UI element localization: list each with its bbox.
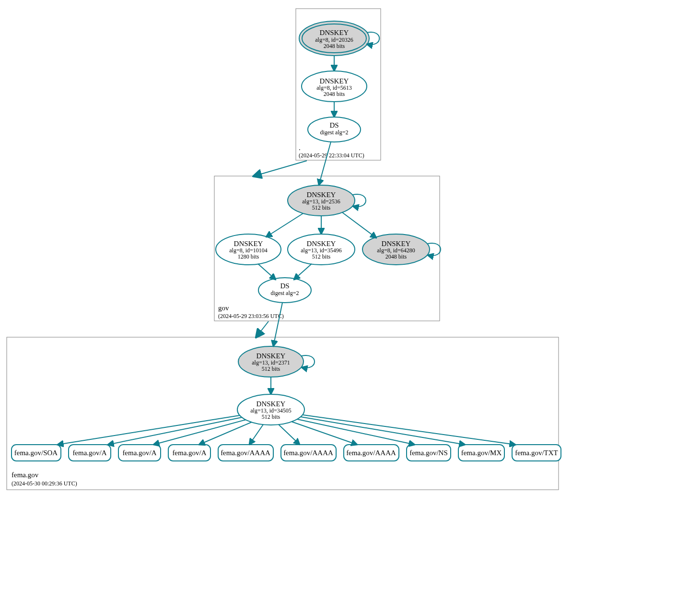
svg-text:DNSKEY: DNSKEY [257,400,286,408]
svg-text:digest alg=2: digest alg=2 [320,129,348,136]
zone-fema-label: fema.gov [12,471,39,479]
rrset-fema-a-2: fema.gov/A [118,445,161,461]
svg-text:alg=8, id=64280: alg=8, id=64280 [377,247,415,254]
svg-text:fema.gov/AAAA: fema.gov/AAAA [221,449,270,457]
rrset-fema-mx: fema.gov/MX [458,445,504,461]
rrset-fema-a-3: fema.gov/A [168,445,210,461]
node-fema-zsk: DNSKEY alg=13, id=34505 512 bits [237,394,304,425]
edge-gov-zsk2-ds [294,264,312,280]
edge-gov-zsk1-ds [258,264,276,280]
rrset-fema-aaaa-1: fema.gov/AAAA [218,445,273,461]
rrset-fema-soa: fema.gov/SOA [12,445,61,461]
svg-text:alg=8, id=10104: alg=8, id=10104 [229,247,268,254]
zone-gov-ts: (2024-05-29 23:03:56 UTC) [218,313,284,319]
svg-text:fema.gov/SOA: fema.gov/SOA [14,449,58,457]
zone-gov: gov (2024-05-29 23:03:56 UTC) DNSKEY alg… [214,142,441,321]
edge-gov-ksk-zsk3 [342,212,376,238]
node-gov-zsk2: DNSKEY alg=13, id=35496 512 bits [288,234,355,265]
node-root-ds: DS digest alg=2 [308,117,361,142]
svg-text:fema.gov/TXT: fema.gov/TXT [515,449,558,457]
svg-text:2048 bits: 2048 bits [385,253,407,260]
svg-text:DNSKEY: DNSKEY [320,77,349,85]
svg-text:DS: DS [280,282,289,290]
rrset-fema-a-1: fema.gov/A [69,445,111,461]
rrset-fema-aaaa-3: fema.gov/AAAA [344,445,399,461]
edge-rootds-govksk [319,142,331,185]
svg-text:DNSKEY: DNSKEY [234,240,263,248]
node-fema-ksk: DNSKEY alg=13, id=2371 512 bits [238,346,303,377]
node-gov-zsk3: DNSKEY alg=8, id=64280 2048 bits [362,234,430,265]
svg-text:512 bits: 512 bits [262,365,280,372]
svg-text:DS: DS [329,121,338,129]
svg-text:fema.gov/A: fema.gov/A [72,449,106,457]
svg-text:alg=13, id=2536: alg=13, id=2536 [302,198,340,205]
svg-text:alg=8, id=5613: alg=8, id=5613 [316,84,352,91]
svg-text:fema.gov/AAAA: fema.gov/AAAA [283,449,333,457]
svg-text:DNSKEY: DNSKEY [307,191,336,199]
zone-gov-label: gov [218,304,229,312]
svg-text:fema.gov/AAAA: fema.gov/AAAA [346,449,396,457]
edge-gov-to-fema [257,321,268,337]
node-gov-ksk: DNSKEY alg=13, id=2536 512 bits [288,185,355,216]
zone-root: . (2024-05-29 22:33:04 UTC) DNSKEY alg=8… [296,9,381,160]
edge-gov-ksk-zsk1 [266,213,303,237]
node-gov-ds: DS digest alg=2 [258,278,311,303]
svg-text:512 bits: 512 bits [262,413,280,420]
svg-text:fema.gov/A: fema.gov/A [122,449,156,457]
zone-root-ts: (2024-05-29 22:33:04 UTC) [299,152,364,159]
svg-text:DNSKEY: DNSKEY [307,240,336,248]
zone-fema-ts: (2024-05-30 00:29:36 UTC) [12,480,77,487]
edge-govds-femaksk [273,303,282,346]
svg-text:digest alg=2: digest alg=2 [270,290,299,296]
rrset-fema-ns: fema.gov/NS [407,445,451,461]
svg-text:alg=8, id=20326: alg=8, id=20326 [315,36,353,43]
svg-text:fema.gov/NS: fema.gov/NS [409,449,448,457]
zone-root-label: . [299,144,301,152]
svg-text:2048 bits: 2048 bits [324,43,345,49]
svg-text:alg=13, id=35496: alg=13, id=35496 [301,247,342,254]
svg-text:fema.gov/A: fema.gov/A [172,449,206,457]
svg-text:1280 bits: 1280 bits [238,253,259,260]
svg-text:512 bits: 512 bits [312,204,331,211]
node-root-zsk: DNSKEY alg=8, id=5613 2048 bits [302,71,367,102]
zone-fema: fema.gov (2024-05-30 00:29:36 UTC) DNSKE… [7,303,561,490]
node-root-ksk: DNSKEY alg=8, id=20326 2048 bits [299,21,369,56]
svg-text:DNSKEY: DNSKEY [257,352,286,360]
svg-text:DNSKEY: DNSKEY [320,29,349,36]
svg-text:fema.gov/MX: fema.gov/MX [461,449,502,457]
rrset-fema-txt: fema.gov/TXT [512,445,561,461]
svg-text:2048 bits: 2048 bits [324,91,345,97]
svg-text:DNSKEY: DNSKEY [382,240,411,248]
node-gov-zsk1: DNSKEY alg=8, id=10104 1280 bits [216,234,281,265]
svg-text:alg=13, id=34505: alg=13, id=34505 [250,407,292,414]
rrset-fema-aaaa-2: fema.gov/AAAA [281,445,336,461]
edge-root-to-gov [254,161,307,176]
svg-text:512 bits: 512 bits [312,253,331,260]
svg-text:alg=13, id=2371: alg=13, id=2371 [252,359,290,366]
